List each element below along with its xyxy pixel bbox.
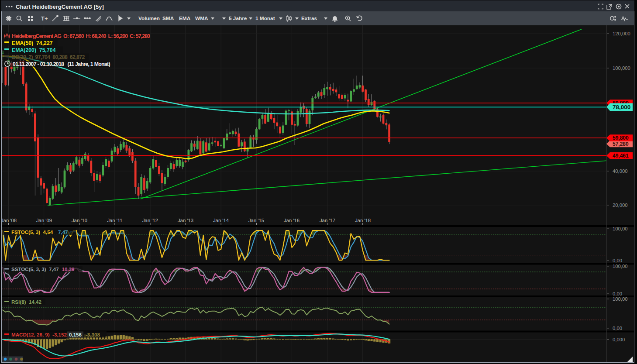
svg-text:20,000: 20,000 bbox=[613, 203, 628, 208]
svg-text:1 Monat: 1 Monat bbox=[255, 15, 275, 21]
svg-text:MACD(12, 26, 9) -3,152: MACD(12, 26, 9) -3,152 bbox=[11, 332, 67, 337]
svg-text:Jan '15: Jan '15 bbox=[248, 218, 264, 223]
svg-text:RSI(8) 14,42: RSI(8) 14,42 bbox=[11, 299, 41, 305]
svg-text:Jan '14: Jan '14 bbox=[213, 218, 229, 223]
svg-text:Jan '08: Jan '08 bbox=[1, 218, 17, 223]
svg-text:Jan '16: Jan '16 bbox=[284, 218, 300, 223]
svg-text:01.11.2007 - 01.10.2018 (11: 01.11.2007 - 01.10.2018 (11 Jahre, 1 Mon… bbox=[13, 61, 110, 67]
svg-text:Extras: Extras bbox=[301, 15, 317, 21]
svg-text:SSTOC(5, 3, 3) 7,47: SSTOC(5, 3, 3) 7,47 bbox=[11, 266, 59, 272]
svg-text:120,000: 120,000 bbox=[613, 31, 630, 36]
svg-text:0,00: 0,00 bbox=[613, 291, 622, 296]
svg-text:SMA: SMA bbox=[162, 15, 174, 21]
svg-text:Jan '10: Jan '10 bbox=[72, 218, 87, 223]
svg-text:EMA(50) 74,227: EMA(50) 74,227 bbox=[12, 40, 53, 46]
svg-text:EMA(200) 75,704: EMA(200) 75,704 bbox=[12, 47, 56, 53]
svg-text:40,000: 40,000 bbox=[613, 168, 628, 174]
svg-text:FSTOC(5, 3) 4,54: FSTOC(5, 3) 4,54 bbox=[11, 229, 53, 235]
svg-text:7,47: 7,47 bbox=[58, 229, 68, 235]
svg-text:100,00: 100,00 bbox=[613, 264, 628, 269]
svg-text:100,000: 100,000 bbox=[613, 65, 630, 71]
svg-text:78,000: 78,000 bbox=[613, 104, 630, 110]
svg-text:100,00: 100,00 bbox=[613, 226, 628, 231]
svg-text:Jan '13: Jan '13 bbox=[178, 218, 193, 223]
svg-text:57,280: 57,280 bbox=[613, 141, 629, 147]
svg-text:0,156: 0,156 bbox=[69, 332, 82, 337]
svg-text:10,39: 10,39 bbox=[59, 266, 75, 272]
svg-text:BB(20, 2) 97,704 80,288 62,: BB(20, 2) 97,704 80,288 62,872 bbox=[12, 54, 85, 60]
svg-text:0,000: 0,000 bbox=[613, 337, 625, 342]
svg-text:WMA: WMA bbox=[195, 15, 208, 21]
svg-text:Volumen: Volumen bbox=[138, 15, 160, 21]
svg-text:Jan '12: Jan '12 bbox=[142, 218, 158, 223]
svg-text:59,800: 59,800 bbox=[613, 135, 629, 141]
svg-text:0,00: 0,00 bbox=[613, 258, 622, 263]
svg-text:5 Jahre: 5 Jahre bbox=[229, 15, 247, 21]
svg-text:-3,308: -3,308 bbox=[86, 332, 100, 337]
svg-text:Jan '18: Jan '18 bbox=[355, 218, 371, 223]
svg-text:EMA: EMA bbox=[179, 15, 191, 21]
svg-text:49,461: 49,461 bbox=[613, 153, 629, 159]
svg-text:HeidelbergCement AG O: 67,560: HeidelbergCement AG O: 67,560 H: 68,240 … bbox=[12, 33, 150, 39]
svg-text:0,00: 0,00 bbox=[613, 326, 622, 331]
svg-text:Jan '17: Jan '17 bbox=[320, 218, 335, 223]
svg-text:100,00: 100,00 bbox=[613, 296, 628, 302]
svg-text:Jan '11: Jan '11 bbox=[107, 218, 122, 223]
svg-text:Jan '09: Jan '09 bbox=[36, 218, 52, 223]
svg-text:Chart HeidelbergCement AG [5y]: Chart HeidelbergCement AG [5y] bbox=[16, 3, 104, 10]
svg-text:T+: T+ bbox=[41, 15, 48, 22]
